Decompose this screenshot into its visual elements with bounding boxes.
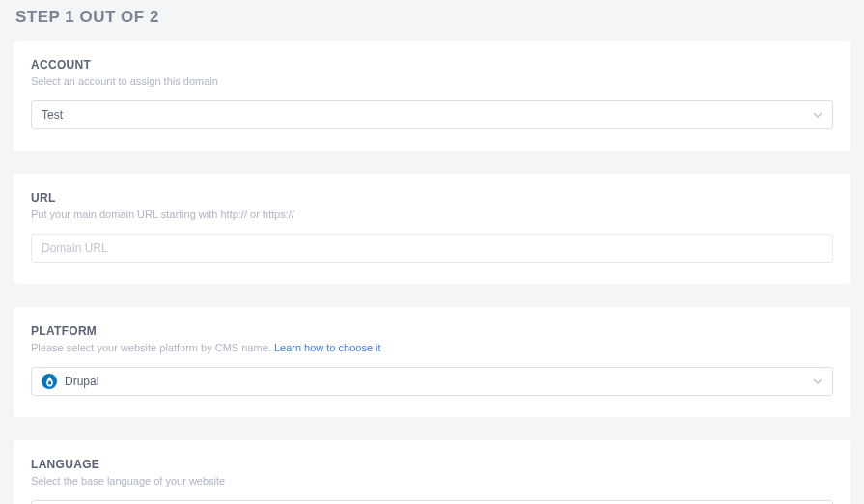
account-select[interactable]: Test (31, 100, 833, 129)
platform-subtitle: Please select your website platform by C… (31, 342, 274, 353)
platform-help-link[interactable]: Learn how to choose it (274, 342, 381, 353)
chevron-down-icon (813, 377, 822, 386)
url-title: URL (31, 191, 833, 205)
chevron-down-icon (813, 110, 822, 120)
url-subtitle: Put your main domain URL starting with h… (31, 209, 833, 220)
language-select[interactable]: Select language... (31, 500, 833, 504)
url-card: URL Put your main domain URL starting wi… (14, 174, 850, 284)
language-title: LANGUAGE (31, 458, 833, 471)
url-input[interactable] (31, 234, 833, 263)
platform-select[interactable]: Drupal (31, 367, 833, 396)
account-card: ACCOUNT Select an account to assign this… (14, 41, 850, 151)
language-card: LANGUAGE Select the base language of you… (14, 440, 850, 504)
account-subtitle: Select an account to assign this domain (31, 75, 833, 87)
platform-title: PLATFORM (31, 324, 833, 338)
account-select-value: Test (42, 108, 813, 122)
platform-subtitle-wrapper: Please select your website platform by C… (31, 342, 833, 353)
platform-select-value: Drupal (65, 375, 813, 388)
step-heading: STEP 1 OUT OF 2 (15, 8, 850, 27)
language-subtitle: Select the base language of your website (31, 475, 833, 487)
account-title: ACCOUNT (31, 58, 833, 71)
drupal-icon (42, 374, 57, 389)
platform-card: PLATFORM Please select your website plat… (14, 307, 850, 417)
